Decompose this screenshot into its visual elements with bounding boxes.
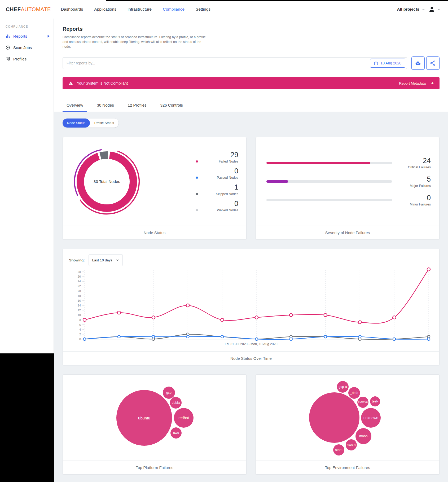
bubble-gcp[interactable]: gcp bbox=[163, 387, 175, 399]
bar-chart-icon bbox=[6, 34, 10, 38]
legend-value: 0 bbox=[196, 167, 238, 175]
bubble-aws[interactable]: aws bbox=[170, 427, 182, 439]
nav-infrastructure[interactable]: Infrastructure bbox=[128, 7, 152, 12]
toggle-profile-status[interactable]: Profile Status bbox=[90, 119, 118, 128]
nav-settings[interactable]: Settings bbox=[196, 7, 210, 12]
svg-text:26: 26 bbox=[78, 275, 81, 278]
card-caption: Severity of Node Failures bbox=[256, 226, 439, 239]
user-avatar-icon bbox=[429, 6, 435, 12]
report-metadata-label: Report Metadata bbox=[399, 81, 426, 85]
sidebar-item-profiles[interactable]: Profiles bbox=[6, 57, 54, 61]
legend-value: 1 bbox=[196, 183, 238, 191]
nav-compliance[interactable]: Compliance bbox=[163, 7, 185, 12]
sidebar-item-reports[interactable]: Reports bbox=[6, 34, 54, 38]
user-menu[interactable] bbox=[429, 6, 440, 12]
chevron-down-icon bbox=[116, 259, 119, 262]
brand-chef: CHEF bbox=[6, 6, 21, 12]
card-caption: Node Status Over Time bbox=[63, 351, 439, 365]
legend-value: 29 bbox=[196, 151, 238, 159]
bubble-unknown[interactable]: unknown bbox=[361, 408, 381, 428]
svg-text:10: 10 bbox=[78, 314, 81, 317]
showing-label: Showing: bbox=[69, 258, 85, 262]
overview-panel: Node Status Profile Status 30 Total Node… bbox=[54, 112, 448, 482]
severity-value: 5 bbox=[399, 176, 431, 183]
tab-nodes[interactable]: 30 Nodes bbox=[93, 99, 118, 112]
primary-nav: Dashboards Applications Infrastructure C… bbox=[61, 7, 210, 12]
status-toggle: Node Status Profile Status bbox=[63, 119, 118, 128]
page-title: Reports bbox=[63, 26, 440, 32]
legend-label: Passed Nodes bbox=[198, 176, 238, 179]
donut-center-label: 30 Total Nodes bbox=[71, 146, 143, 217]
main-content: Reports Compliance reports describe the … bbox=[54, 19, 448, 482]
chef-automate-app: CHEFAUTOMATE Dashboards Applications Inf… bbox=[0, 0, 448, 482]
node-status-donut-chart[interactable]: 30 Total Nodes bbox=[71, 146, 143, 217]
svg-text:24: 24 bbox=[78, 280, 81, 283]
bubble-moon[interactable]: moon bbox=[355, 428, 371, 444]
severity-card: 24 Critical Failures 5 Major Failures bbox=[256, 137, 440, 240]
svg-text:18: 18 bbox=[78, 294, 81, 297]
bubble-stars[interactable]: stars bbox=[333, 444, 344, 455]
legend-item-passed: 0 Passed Nodes bbox=[196, 167, 238, 179]
filter-reports-input[interactable] bbox=[63, 57, 407, 69]
date-picker-button[interactable]: 10 Aug 2020 bbox=[370, 59, 405, 68]
chef-automate-logo[interactable]: CHEFAUTOMATE bbox=[6, 6, 51, 12]
legend-item-failed: 29 Failed Nodes bbox=[196, 151, 238, 163]
bubble-aws-a[interactable]: aws-a bbox=[346, 439, 357, 450]
date-range-value: Last 10 days bbox=[92, 258, 113, 262]
severity-value: 0 bbox=[399, 194, 431, 201]
tab-profiles[interactable]: 12 Profiles bbox=[124, 99, 151, 112]
bubble-ubuntu[interactable]: ubuntu bbox=[116, 390, 172, 446]
projects-dropdown-label: All projects bbox=[397, 7, 419, 12]
svg-text:4: 4 bbox=[79, 328, 81, 331]
date-range-select[interactable]: Last 10 days bbox=[89, 254, 123, 266]
card-caption: Top Environment Failures bbox=[256, 461, 439, 474]
screen-artifact-strip bbox=[106, 0, 448, 1]
severity-row-major: 5 Major Failures bbox=[266, 174, 431, 189]
sidebar-item-label: Scan Jobs bbox=[13, 45, 32, 50]
warning-triangle-icon bbox=[68, 81, 73, 86]
legend-dot bbox=[196, 160, 198, 163]
nav-dashboards[interactable]: Dashboards bbox=[61, 7, 83, 12]
legend-label: Failed Nodes bbox=[198, 160, 238, 163]
card-caption: Top Platform Failures bbox=[63, 461, 246, 474]
tab-overview[interactable]: Overview bbox=[63, 99, 87, 112]
severity-label: Critical Failures bbox=[399, 165, 431, 169]
screen-artifact-black bbox=[0, 353, 54, 482]
severity-label: Minor Failures bbox=[399, 203, 431, 206]
toggle-node-status[interactable]: Node Status bbox=[63, 119, 90, 128]
node-status-legend: 29 Failed Nodes 0 Passed Nodes 1 Skipped… bbox=[196, 151, 238, 212]
bubble-_defa[interactable]: _defa bbox=[348, 387, 360, 399]
bubble-DevSe[interactable]: DevSe bbox=[357, 397, 368, 408]
svg-text:28: 28 bbox=[78, 270, 81, 273]
bubble-test-[interactable]: test- bbox=[370, 396, 380, 406]
tab-controls[interactable]: 326 Controls bbox=[156, 99, 187, 112]
top-platform-failures-card: ubuntugcpdebiaredhataws Top Platform Fai… bbox=[63, 374, 247, 475]
svg-text:14: 14 bbox=[78, 304, 81, 307]
bubble-unlabeled[interactable] bbox=[309, 392, 359, 443]
chevron-right-icon bbox=[47, 35, 50, 38]
line-chart[interactable]: 0246810121416182022242628 bbox=[69, 266, 433, 344]
severity-bar-track bbox=[266, 162, 392, 164]
svg-text:20: 20 bbox=[78, 290, 81, 293]
share-icon bbox=[430, 60, 436, 66]
bubble-redhat[interactable]: redhat bbox=[174, 408, 194, 428]
page-description: Compliance reports describe the status o… bbox=[63, 35, 207, 49]
top-environment-failures-card: gcp-a_defaDevSetest-unknownmoonaws-astar… bbox=[256, 374, 440, 475]
calendar-icon bbox=[374, 61, 378, 65]
legend-dot bbox=[196, 193, 198, 195]
svg-text:16: 16 bbox=[78, 299, 81, 302]
filter-box: 10 Aug 2020 bbox=[63, 57, 407, 69]
sidebar-item-scan-jobs[interactable]: Scan Jobs bbox=[6, 45, 54, 50]
share-report-button[interactable] bbox=[426, 56, 440, 70]
bubble-debia[interactable]: debia bbox=[170, 397, 182, 409]
nav-applications[interactable]: Applications bbox=[94, 7, 116, 12]
download-report-button[interactable] bbox=[411, 56, 425, 70]
legend-dot bbox=[196, 177, 198, 179]
report-metadata-toggle[interactable]: Report Metadata + bbox=[399, 81, 434, 86]
svg-text:12: 12 bbox=[78, 309, 81, 312]
projects-dropdown[interactable]: All projects bbox=[397, 7, 425, 12]
bubble-gcp-a[interactable]: gcp-a bbox=[337, 381, 349, 393]
legend-value: 0 bbox=[196, 200, 238, 207]
sidebar: COMPLIANCE Reports Sca bbox=[0, 19, 54, 482]
node-status-over-time-card: Showing: Last 10 days 024681012141618202… bbox=[63, 249, 440, 365]
